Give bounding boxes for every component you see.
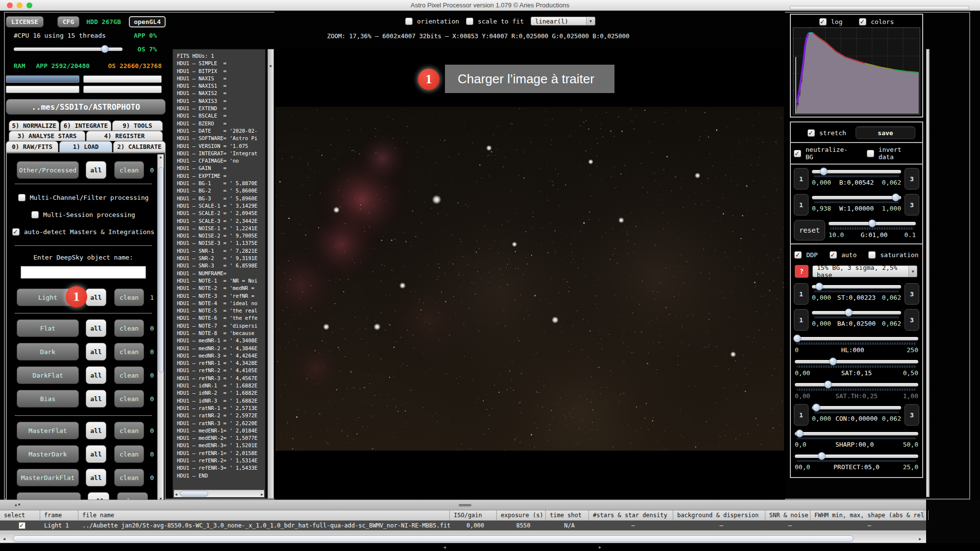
stretch-mode-select[interactable]: linear(l) ▼ xyxy=(531,17,595,25)
right-panel-scrollbar[interactable] xyxy=(926,49,930,497)
zoom-button[interactable] xyxy=(26,2,32,8)
slider-track[interactable] xyxy=(812,170,901,173)
slider-step3-button[interactable]: 3 xyxy=(905,168,919,190)
load-panel-scrollbar[interactable]: ▲ ▼ xyxy=(157,154,164,502)
frame-table-row[interactable]: Light 1 ../Aubette jan20/St-avg-8550.0s-… xyxy=(0,521,926,530)
slider-track[interactable] xyxy=(812,196,901,199)
cfg-button[interactable]: CFG xyxy=(57,16,79,27)
column-header[interactable]: #stars & star density xyxy=(589,510,673,520)
scroll-right-icon[interactable]: ▶ xyxy=(261,492,263,498)
frame-all-button[interactable]: all xyxy=(86,366,106,384)
slider-track[interactable] xyxy=(812,311,901,314)
tab[interactable]: 6) INTEGRATE xyxy=(60,120,111,131)
frame-clean-button[interactable]: clean xyxy=(114,319,144,337)
frame-type-button[interactable]: Dark xyxy=(17,343,79,360)
close-button[interactable] xyxy=(7,2,13,8)
processing-checkbox[interactable] xyxy=(12,228,20,236)
slider-step1-button[interactable]: 1 xyxy=(794,404,808,426)
row-select-checkbox[interactable] xyxy=(19,522,25,529)
slider-step1-button[interactable]: 1 xyxy=(794,309,808,331)
table-hscrollbar[interactable]: ◀ ▶ xyxy=(0,534,926,543)
master-all-button[interactable]: all xyxy=(86,445,106,463)
ddp-checkbox[interactable] xyxy=(794,251,802,259)
scroll-left-icon[interactable]: ◀ xyxy=(443,545,446,551)
slider-track[interactable] xyxy=(795,432,918,435)
master-type-button[interactable]: MasterDarkFlat xyxy=(17,469,79,486)
reset-button[interactable]: reset xyxy=(794,220,825,240)
slider-step3-button[interactable]: 3 xyxy=(905,194,919,216)
stretch-checkbox[interactable] xyxy=(808,129,815,137)
scroll-right-icon[interactable]: ▶ xyxy=(919,536,921,542)
frame-all-button[interactable]: all xyxy=(86,319,106,337)
slider-track[interactable] xyxy=(795,337,918,340)
column-header[interactable]: quality xyxy=(924,510,929,520)
scroll-up-icon[interactable]: ▲ xyxy=(160,154,162,160)
master-all-button[interactable]: all xyxy=(86,422,106,439)
slider-track[interactable] xyxy=(795,360,918,363)
column-header[interactable]: ISO/gain xyxy=(450,510,497,520)
scrollbar-thumb[interactable] xyxy=(158,167,164,373)
scroll-right-icon[interactable]: ▶ xyxy=(599,545,601,551)
tab[interactable]: 9) TOOLS xyxy=(112,120,163,131)
column-header[interactable]: exposure (s) xyxy=(497,510,546,520)
frame-all-button[interactable]: all xyxy=(86,390,106,407)
column-header[interactable]: SNR & noise xyxy=(765,510,810,520)
gamma-slider-track[interactable] xyxy=(829,222,916,225)
slider-handle[interactable] xyxy=(820,168,828,175)
splitter-arrows-icon[interactable]: ▲▼ xyxy=(15,503,22,507)
tab[interactable]: 4) REGISTER xyxy=(86,131,163,141)
slider-handle[interactable] xyxy=(845,309,853,316)
panel-splitter[interactable]: ◀ xyxy=(268,49,274,499)
save-button[interactable]: save xyxy=(856,126,915,139)
light-all-button[interactable]: all xyxy=(86,288,106,306)
slider-handle[interactable] xyxy=(793,335,801,342)
slider-track[interactable] xyxy=(795,455,918,458)
log-checkbox[interactable] xyxy=(819,18,827,25)
ddp-preset-select[interactable]: 15% BG, 3 sigma, 2,5% base ▼ xyxy=(812,265,917,277)
slider-handle[interactable] xyxy=(818,452,826,460)
slider-handle[interactable] xyxy=(892,193,900,201)
splitter-grip[interactable] xyxy=(459,504,471,506)
slider-track[interactable] xyxy=(812,406,901,409)
frame-all-button[interactable]: all xyxy=(86,343,106,360)
working-directory-button[interactable]: ..mes/SSD1To/ASTROPHOTO xyxy=(6,99,166,115)
threads-slider[interactable] xyxy=(14,48,122,51)
light-clean-button[interactable]: clean xyxy=(114,288,144,306)
slider-track[interactable] xyxy=(812,285,901,288)
auto-checkbox[interactable] xyxy=(830,251,837,259)
scale-to-fit-checkbox[interactable] xyxy=(466,18,473,25)
threads-slider-handle[interactable] xyxy=(101,45,109,53)
processing-checkbox[interactable] xyxy=(18,194,25,201)
other-all-button[interactable]: all xyxy=(86,161,106,179)
frame-type-button[interactable]: Flat xyxy=(17,319,79,337)
scroll-left-icon[interactable]: ◀ xyxy=(175,492,177,498)
right-panel-top-scrollbar[interactable] xyxy=(790,6,969,10)
slider-step3-button[interactable]: 3 xyxy=(905,283,919,305)
fits-panel-hscrollbar[interactable]: ◀ ▶ xyxy=(174,490,264,497)
tab[interactable]: 5) NORMALIZE xyxy=(9,120,59,131)
frame-type-button[interactable]: DarkFlat xyxy=(17,366,79,384)
scroll-left-icon[interactable]: ◀ xyxy=(3,536,5,542)
slider-step1-button[interactable]: 1 xyxy=(794,283,808,305)
column-header[interactable]: file name xyxy=(78,510,450,520)
master-clean-button[interactable]: clean xyxy=(114,469,144,486)
deepsky-name-input[interactable] xyxy=(21,266,146,279)
help-button[interactable]: ? xyxy=(795,265,808,278)
master-type-button[interactable]: MasterFlat xyxy=(17,422,79,439)
column-header[interactable]: frame xyxy=(40,510,78,520)
master-all-button[interactable]: all xyxy=(86,469,106,486)
collapse-left-icon[interactable]: ◀ xyxy=(269,63,271,69)
gamma-slider-handle[interactable] xyxy=(868,219,876,227)
frame-clean-button[interactable]: clean xyxy=(114,390,144,407)
neutralize-bg-checkbox[interactable] xyxy=(794,150,801,157)
orientation-checkbox[interactable] xyxy=(405,18,413,25)
slider-step1-button[interactable]: 1 xyxy=(794,168,808,190)
license-button[interactable]: LICENSE xyxy=(6,16,44,27)
slider-track[interactable] xyxy=(795,383,918,386)
column-header[interactable]: background & dispersion xyxy=(673,510,765,520)
column-header[interactable]: time shot xyxy=(546,510,589,520)
slider-handle[interactable] xyxy=(812,404,820,411)
master-clean-button[interactable]: clean xyxy=(114,422,144,439)
slider-handle[interactable] xyxy=(815,283,823,290)
opengl-button[interactable]: openGL4 xyxy=(129,16,166,27)
